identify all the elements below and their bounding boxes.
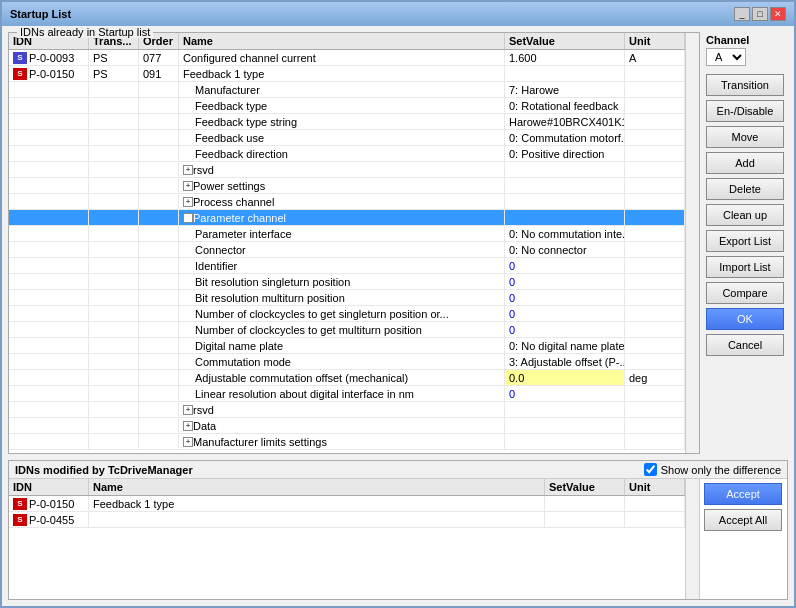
order-cell — [139, 370, 179, 385]
maximize-button[interactable]: □ — [752, 7, 768, 21]
name-cell: Identifier — [179, 258, 505, 273]
trans-cell — [89, 274, 139, 289]
clean-up-button[interactable]: Clean up — [706, 204, 784, 226]
trans-cell — [89, 226, 139, 241]
table-row[interactable]: Manufacturer7: Harowe — [9, 82, 685, 98]
name-cell: Linear resolution about digital interfac… — [179, 386, 505, 401]
setvalue-cell: 0 — [505, 274, 625, 289]
accept-all-button[interactable]: Accept All — [704, 509, 782, 531]
trans-cell — [89, 210, 139, 225]
show-diff-checkbox[interactable] — [644, 463, 657, 476]
vertical-scrollbar[interactable] — [685, 33, 699, 453]
bottom-scrollbar[interactable] — [685, 479, 699, 599]
table-row[interactable]: - Parameter channel — [9, 210, 685, 226]
table-row[interactable]: Feedback type stringHarowe#10BRCX401K1 — [9, 114, 685, 130]
table-row[interactable]: Bit resolution singleturn position0 — [9, 274, 685, 290]
idn-cell — [9, 322, 89, 337]
bottom-table-row-2[interactable]: S P-0-0455 — [9, 512, 685, 528]
trans-cell — [89, 162, 139, 177]
bottom-unit-cell — [625, 496, 685, 511]
table-row[interactable]: Feedback use0: Commutation motorf... — [9, 130, 685, 146]
trans-cell — [89, 418, 139, 433]
expand-button[interactable]: + — [183, 405, 193, 415]
setvalue-cell: 0 — [505, 322, 625, 337]
en-disable-button[interactable]: En-/Disable — [706, 100, 784, 122]
top-section: IDNs already in Startup list IDN Trans..… — [8, 32, 700, 454]
window-controls: _ □ ✕ — [734, 7, 786, 21]
setvalue-cell — [505, 178, 625, 193]
order-cell — [139, 194, 179, 209]
name-cell: Connector — [179, 242, 505, 257]
table-row[interactable]: Commutation mode3: Adjustable offset (P-… — [9, 354, 685, 370]
expand-button[interactable]: + — [183, 197, 193, 207]
table-row[interactable]: + rsvd — [9, 402, 685, 418]
unit-cell — [625, 66, 685, 81]
setvalue-cell — [505, 194, 625, 209]
table-row[interactable]: + rsvd — [9, 162, 685, 178]
delete-button[interactable]: Delete — [706, 178, 784, 200]
table-row[interactable]: Digital name plate0: No digital name pla… — [9, 338, 685, 354]
table-row[interactable]: Number of clockcycles to get singleturn … — [9, 306, 685, 322]
trans-cell — [89, 82, 139, 97]
table-row[interactable]: Bit resolution multiturn position0 — [9, 290, 685, 306]
table-row[interactable]: Identifier0 — [9, 258, 685, 274]
transition-button[interactable]: Transition — [706, 74, 784, 96]
expand-button[interactable]: + — [183, 181, 193, 191]
setvalue-cell — [505, 66, 625, 81]
table-row[interactable]: Connector0: No connector — [9, 242, 685, 258]
accept-button[interactable]: Accept — [704, 483, 782, 505]
table-row[interactable]: + Process channel — [9, 194, 685, 210]
import-list-button[interactable]: Import List — [706, 256, 784, 278]
trans-cell — [89, 354, 139, 369]
channel-group: Channel A — [706, 34, 788, 66]
table-body: SP-0-0093PS077Configured channel current… — [9, 50, 685, 453]
unit-cell — [625, 354, 685, 369]
trans-cell — [89, 194, 139, 209]
order-cell — [139, 386, 179, 401]
order-cell — [139, 98, 179, 113]
ok-button[interactable]: OK — [706, 308, 784, 330]
expand-button[interactable]: + — [183, 437, 193, 447]
name-cell: + rsvd — [179, 402, 505, 417]
trans-cell: PS — [89, 50, 139, 65]
table-row[interactable]: Feedback direction0: Positive direction — [9, 146, 685, 162]
order-cell — [139, 258, 179, 273]
title-bar: Startup List _ □ ✕ — [2, 2, 794, 26]
table-row[interactable]: + Data — [9, 418, 685, 434]
close-button[interactable]: ✕ — [770, 7, 786, 21]
compare-button[interactable]: Compare — [706, 282, 784, 304]
move-button[interactable]: Move — [706, 126, 784, 148]
icon-s: S — [13, 68, 27, 80]
idn-cell — [9, 114, 89, 129]
trans-cell — [89, 114, 139, 129]
order-cell — [139, 322, 179, 337]
setvalue-cell: 0: Commutation motorf... — [505, 130, 625, 145]
table-row[interactable]: Number of clockcycles to get multiturn p… — [9, 322, 685, 338]
name-cell: Configured channel current — [179, 50, 505, 65]
bottom-table-header: IDN Name SetValue Unit — [9, 479, 685, 496]
bottom-name-cell-2 — [89, 512, 545, 527]
unit-cell — [625, 306, 685, 321]
minimize-button[interactable]: _ — [734, 7, 750, 21]
cancel-button[interactable]: Cancel — [706, 334, 784, 356]
table-row[interactable]: SP-0-0093PS077Configured channel current… — [9, 50, 685, 66]
table-row[interactable]: + Power settings — [9, 178, 685, 194]
export-list-button[interactable]: Export List — [706, 230, 784, 252]
setvalue-cell: 0 — [505, 290, 625, 305]
window-title: Startup List — [10, 8, 71, 20]
table-row[interactable]: SP-0-0150PS091Feedback 1 type — [9, 66, 685, 82]
table-row[interactable]: Linear resolution about digital interfac… — [9, 386, 685, 402]
expand-button[interactable]: + — [183, 165, 193, 175]
expand-button[interactable]: - — [183, 213, 193, 223]
name-cell: Feedback direction — [179, 146, 505, 161]
table-row[interactable]: Feedback type0: Rotational feedback — [9, 98, 685, 114]
table-row[interactable]: Adjustable commutation offset (mechanica… — [9, 370, 685, 386]
channel-dropdown[interactable]: A — [706, 48, 746, 66]
table-row[interactable]: + Manufacturer limits settings — [9, 434, 685, 450]
add-button[interactable]: Add — [706, 152, 784, 174]
table-row[interactable]: Parameter interface0: No commutation int… — [9, 226, 685, 242]
expand-button[interactable]: + — [183, 421, 193, 431]
unit-cell — [625, 178, 685, 193]
bottom-table-row[interactable]: S P-0-0150 Feedback 1 type — [9, 496, 685, 512]
order-cell — [139, 178, 179, 193]
